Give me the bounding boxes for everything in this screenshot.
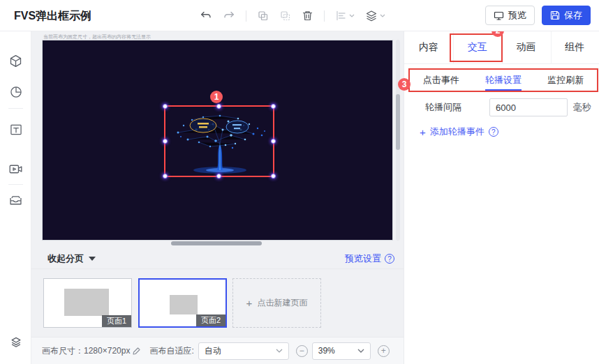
- caret-down-icon: [89, 257, 96, 261]
- save-icon: [550, 10, 560, 20]
- annotation-badge-3: 3: [398, 78, 411, 91]
- help-icon[interactable]: ?: [489, 127, 498, 137]
- sidebar-item-charts[interactable]: [7, 83, 24, 100]
- preview-settings-link[interactable]: 预览设置 ?: [345, 249, 394, 268]
- carousel-interval-row: 轮播间隔 毫秒: [404, 98, 599, 116]
- redo-button[interactable]: [223, 10, 235, 22]
- resize-handle[interactable]: [216, 174, 221, 179]
- layer-order-button[interactable]: [365, 10, 385, 22]
- subtab-carousel-settings[interactable]: 轮播设置: [472, 70, 534, 91]
- layer-stack-icon: [9, 335, 23, 349]
- canvas-fit-value: 自动: [205, 345, 221, 357]
- collapse-pages-button[interactable]: 收起分页: [47, 249, 96, 268]
- monitor-icon: [494, 10, 504, 21]
- save-button-label: 保存: [564, 9, 582, 22]
- vertical-scrollbar-track[interactable]: [396, 40, 400, 241]
- plus-icon: +: [420, 126, 426, 138]
- chevron-down-icon: [380, 14, 385, 17]
- undo-button[interactable]: [200, 10, 212, 22]
- redo-icon: [223, 10, 235, 22]
- toolbar-divider: [246, 10, 246, 22]
- duplicate-icon: [257, 10, 269, 22]
- video-icon: [8, 162, 23, 176]
- tab-animation[interactable]: 动画: [502, 31, 551, 63]
- tab-divider: [551, 31, 552, 64]
- sidebar-item-components[interactable]: [7, 52, 24, 70]
- sidebar-item-layers[interactable]: [7, 333, 24, 351]
- carousel-interval-label: 轮播间隔: [425, 98, 461, 116]
- trash-icon: [302, 10, 313, 22]
- preview-button-label: 预览: [508, 9, 526, 22]
- resize-handle[interactable]: [163, 174, 168, 179]
- chevron-down-icon: [349, 14, 355, 17]
- resize-handle[interactable]: [216, 104, 221, 109]
- add-carousel-event-link[interactable]: + 添加轮播事件 ?: [420, 126, 498, 138]
- text-icon: [9, 123, 23, 137]
- document-title: FVS弹出框示例: [14, 0, 91, 31]
- pages-header: 收起分页 预览设置 ?: [31, 249, 404, 268]
- align-icon: [335, 10, 347, 22]
- preview-settings-label: 预览设置: [345, 252, 381, 265]
- subtab-monitor-refresh[interactable]: 监控刷新: [535, 70, 597, 91]
- toolbar-divider: [324, 10, 325, 22]
- component-sidebar: [0, 31, 31, 364]
- zoom-in-button[interactable]: +: [378, 345, 390, 357]
- resize-handle[interactable]: [271, 139, 276, 144]
- carousel-interval-unit: 毫秒: [573, 98, 591, 116]
- layers-icon: [365, 10, 378, 22]
- canvas-size-value: 1280×720px: [84, 346, 130, 356]
- settings-panel: 内容 交互 动画 组件 2 点击事件 轮播设置 监控刷新 3 轮播间隔 毫秒 +…: [404, 31, 599, 364]
- toolbar: [200, 0, 385, 31]
- tab-divider: [502, 31, 503, 64]
- sidebar-divider: [8, 184, 23, 185]
- zoom-out-button[interactable]: −: [296, 345, 308, 357]
- paste-style-button[interactable]: [279, 10, 291, 22]
- divider: [31, 268, 404, 269]
- duplicate-button[interactable]: [257, 10, 269, 22]
- help-icon[interactable]: ?: [385, 254, 394, 264]
- align-button[interactable]: [335, 10, 355, 22]
- carousel-interval-input[interactable]: [489, 98, 568, 116]
- resize-handle[interactable]: [271, 104, 276, 109]
- thumbnail-preview-shape: [170, 295, 198, 314]
- vertical-scrollbar-thumb[interactable]: [396, 94, 400, 150]
- canvas-area: 当前画布为固定尺寸，超出画布的内容将无法显示: [31, 31, 404, 364]
- page-name-badge: 页面1: [102, 315, 131, 327]
- thumbnail-preview-shape: [64, 289, 109, 316]
- fvs-editor-window: FVS弹出框示例 预览 保存: [0, 0, 599, 364]
- canvas-size-label: 画布尺寸：: [42, 345, 84, 357]
- add-carousel-event-label: 添加轮播事件: [430, 126, 485, 138]
- resize-handle[interactable]: [163, 104, 168, 109]
- collapse-pages-label: 收起分页: [47, 252, 84, 265]
- page-thumbnail-1[interactable]: 页面1: [43, 278, 132, 328]
- save-button[interactable]: 保存: [542, 6, 591, 25]
- tray-icon: [8, 193, 23, 208]
- annotation-badge-1: 1: [210, 91, 223, 103]
- chevron-down-icon: [357, 349, 364, 353]
- pencil-icon: [132, 347, 141, 356]
- preview-button[interactable]: 预览: [485, 6, 535, 25]
- selection-box[interactable]: [164, 105, 274, 177]
- page-thumbnail-2[interactable]: 页面2: [138, 278, 227, 328]
- undo-icon: [200, 10, 212, 22]
- cube-icon: [8, 54, 23, 68]
- canvas-fit-label: 画布自适应:: [149, 345, 193, 357]
- interaction-subtabs: 点击事件 轮播设置 监控刷新: [408, 68, 598, 92]
- resize-handle[interactable]: [163, 139, 168, 144]
- sidebar-item-assets[interactable]: [7, 192, 24, 209]
- resize-handle[interactable]: [271, 174, 276, 179]
- horizontal-scrollbar-thumb[interactable]: [171, 241, 262, 245]
- new-page-button[interactable]: + 点击新建页面: [232, 278, 321, 328]
- sidebar-item-media[interactable]: [7, 160, 24, 178]
- tab-content[interactable]: 内容: [404, 31, 453, 63]
- delete-button[interactable]: [302, 10, 313, 22]
- sidebar-item-text[interactable]: [7, 121, 24, 138]
- new-page-label: 点击新建页面: [257, 297, 307, 309]
- design-canvas[interactable]: 1: [42, 40, 393, 241]
- subtab-click-event[interactable]: 点击事件: [410, 70, 472, 91]
- canvas-fit-select[interactable]: 自动: [198, 342, 289, 360]
- tab-component[interactable]: 组件: [550, 31, 599, 63]
- pie-chart-icon: [9, 85, 23, 99]
- edit-size-button[interactable]: [132, 347, 141, 356]
- zoom-level-select[interactable]: 39%: [312, 342, 371, 360]
